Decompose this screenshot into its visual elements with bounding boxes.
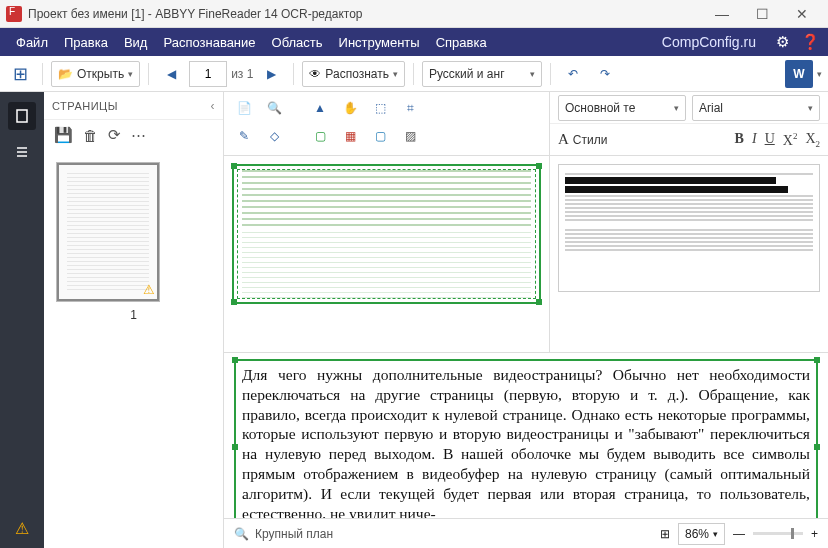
superscript-button[interactable]: X2 [783, 131, 798, 149]
magnifier-icon: 🔍 [234, 527, 249, 541]
t-zoom-out-button[interactable]: — [733, 527, 745, 541]
eye-icon: 👁 [309, 67, 321, 81]
settings-icon[interactable]: ⚙ [772, 32, 792, 52]
delete-icon[interactable]: 🗑 [83, 127, 98, 144]
pages-header: СТРАНИЦЫ [52, 100, 118, 112]
send-to-word-button[interactable]: W [785, 60, 813, 88]
window-title: Проект без имени [1] - ABBYY FineReader … [28, 7, 363, 21]
minimize-button[interactable]: — [702, 0, 742, 28]
svg-rect-0 [17, 110, 27, 122]
app-icon [6, 6, 22, 22]
menu-tools[interactable]: Инструменты [331, 31, 428, 54]
warning-icon[interactable]: ⚠ [15, 519, 29, 538]
bold-button[interactable]: B [735, 131, 744, 149]
new-task-button[interactable]: ⊞ [6, 60, 34, 88]
menu-recognize[interactable]: Распознавание [155, 31, 263, 54]
text-preview [558, 164, 820, 292]
underline-button[interactable]: U [765, 131, 775, 149]
t-grid-icon[interactable]: ⊞ [660, 527, 670, 541]
background-area-icon[interactable]: ▨ [398, 124, 422, 148]
rotate-icon[interactable]: ⟳ [108, 126, 121, 144]
close-button[interactable]: ✕ [782, 0, 822, 28]
recognize-button[interactable]: 👁 Распознать ▾ [302, 61, 405, 87]
subscript-button[interactable]: X2 [805, 131, 820, 149]
thumb-label: 1 [56, 308, 211, 322]
more-icon[interactable]: ⋯ [131, 126, 146, 144]
brand-label: CompConfig.ru [662, 34, 756, 50]
page-thumbnail[interactable]: ⚠ [56, 162, 160, 302]
next-page-button[interactable]: ▶ [257, 60, 285, 88]
crop-icon[interactable]: ⌗ [398, 96, 422, 120]
table-area-icon[interactable]: ▦ [338, 124, 362, 148]
menu-help[interactable]: Справка [428, 31, 495, 54]
redo-button[interactable]: ↷ [591, 60, 619, 88]
pointer-tool-icon[interactable]: ▲ [308, 96, 332, 120]
menu-edit[interactable]: Правка [56, 31, 116, 54]
list-view-icon[interactable] [8, 138, 36, 166]
style-select[interactable]: Основной те▾ [558, 95, 686, 121]
read-page-icon[interactable]: 📄 [232, 96, 256, 120]
open-button[interactable]: 📂 Открыть ▾ [51, 61, 140, 87]
closeup-button[interactable]: 🔍 Крупный план [234, 527, 333, 541]
text-zoom-select[interactable]: 86%▾ [678, 523, 725, 545]
menu-view[interactable]: Вид [116, 31, 156, 54]
t-zoom-in-button[interactable]: + [811, 527, 818, 541]
save-icon[interactable]: 💾 [54, 126, 73, 144]
menu-area[interactable]: Область [264, 31, 331, 54]
language-select[interactable]: Русский и анг ▾ [422, 61, 542, 87]
picture-area-icon[interactable]: ▢ [368, 124, 392, 148]
pages-view-icon[interactable] [8, 102, 36, 130]
text-area-icon[interactable]: ▢ [308, 124, 332, 148]
document-image[interactable] [232, 164, 541, 304]
maximize-button[interactable]: ☐ [742, 0, 782, 28]
recognized-text-area[interactable]: Для чего нужны дополнительные видеостран… [234, 359, 818, 518]
prev-page-button[interactable]: ◀ [157, 60, 185, 88]
select-area-icon[interactable]: ⬚ [368, 96, 392, 120]
styles-button[interactable]: AСтили [558, 131, 607, 148]
analyze-icon[interactable]: 🔍 [262, 96, 286, 120]
thumb-warning-icon: ⚠ [143, 282, 155, 297]
page-input[interactable] [189, 61, 227, 87]
font-select[interactable]: Arial▾ [692, 95, 820, 121]
collapse-icon[interactable]: ‹ [211, 99, 216, 113]
edit-image-icon[interactable]: ✎ [232, 124, 256, 148]
help-icon[interactable]: ❓ [800, 32, 820, 52]
eraser-icon[interactable]: ◇ [262, 124, 286, 148]
hand-tool-icon[interactable]: ✋ [338, 96, 362, 120]
page-total: из 1 [231, 67, 253, 81]
italic-button[interactable]: I [752, 131, 757, 149]
folder-icon: 📂 [58, 67, 73, 81]
menu-file[interactable]: Файл [8, 31, 56, 54]
undo-button[interactable]: ↶ [559, 60, 587, 88]
